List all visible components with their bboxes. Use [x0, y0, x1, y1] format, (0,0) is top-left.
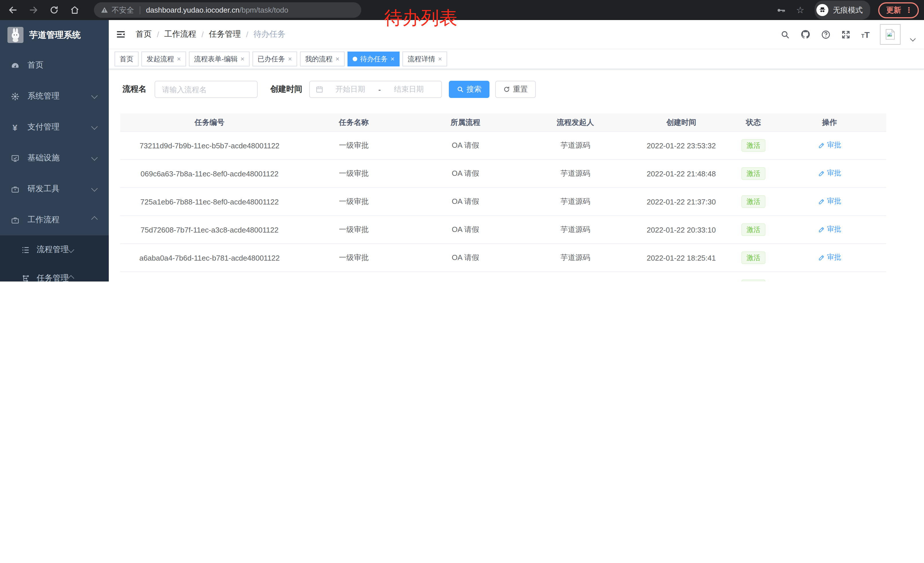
sidebar-item-process-mgmt[interactable]: 流程管理: [0, 236, 109, 264]
col-status: 状态: [734, 113, 773, 131]
status-cell: 激活: [734, 216, 773, 244]
approve-link[interactable]: 审批: [818, 169, 841, 179]
table-row: 725a1eb6-7b88-11ec-8ef0-acde48001122 一级审…: [120, 188, 886, 216]
url-bar[interactable]: 不安全 dashboard.yudao.iocoder.cn/bpm/task/…: [94, 2, 361, 18]
table-row: 8f0d1619-7ac8-11ec-a9e2-a2380e71991a 1.2…: [120, 272, 886, 281]
breadcrumb-item[interactable]: 首页: [136, 29, 152, 39]
tree-icon: [21, 274, 30, 281]
flow-cell: OA 请假: [409, 244, 522, 272]
github-icon[interactable]: [801, 29, 811, 39]
update-button[interactable]: 更新 ⋮: [878, 2, 919, 18]
sidebar-item-task-mgmt[interactable]: 任务管理: [0, 264, 109, 281]
initiator-cell: 芋道源码: [522, 131, 628, 159]
incognito-icon: [816, 4, 828, 16]
dashboard-icon: [10, 61, 20, 70]
avatar[interactable]: [880, 24, 900, 45]
font-size-icon[interactable]: TT: [861, 30, 870, 39]
process-name-input[interactable]: [154, 81, 258, 98]
sidebar-item-label: 基础设施: [27, 153, 60, 163]
approve-link[interactable]: 审批: [818, 253, 841, 263]
incognito-label: 无痕模式: [833, 5, 863, 15]
create-time-cell: 2022-01-22 21:48:48: [628, 159, 734, 188]
sidebar-item-system[interactable]: 系统管理: [0, 81, 109, 112]
breadcrumb-item[interactable]: 工作流程: [164, 29, 196, 39]
task-name-cell: 一级审批: [299, 188, 409, 216]
tab-todo-tasks[interactable]: 待办任务×: [348, 51, 400, 66]
sidebar-item-payment[interactable]: ¥ 支付管理: [0, 112, 109, 143]
top-navbar: 首页 / 工作流程 / 任务管理 / 待办任务: [109, 20, 924, 49]
fullscreen-icon[interactable]: [841, 30, 851, 39]
app-title: 芋道管理系统: [29, 30, 81, 41]
help-icon[interactable]: [821, 30, 831, 39]
breadcrumb-item[interactable]: 任务管理: [209, 29, 241, 39]
col-create-time: 创建时间: [628, 113, 734, 131]
close-icon[interactable]: ×: [240, 56, 244, 62]
active-tab-dot: [352, 57, 357, 61]
chevron-down-icon: [91, 155, 98, 161]
browser-chrome: 不安全 dashboard.yudao.iocoder.cn/bpm/task/…: [0, 0, 924, 20]
status-cell: 激活: [734, 272, 773, 281]
close-icon[interactable]: ×: [177, 56, 181, 62]
back-icon[interactable]: [8, 5, 18, 15]
task-name-cell: 一级审批: [299, 244, 409, 272]
table-row: a6aba0a4-7b6d-11ec-b781-acde48001122 一级审…: [120, 244, 886, 272]
tab-start-process[interactable]: 发起流程×: [141, 51, 186, 66]
close-icon[interactable]: ×: [288, 56, 292, 62]
date-range-picker[interactable]: 开始日期 - 结束日期: [309, 81, 442, 98]
chevron-down-icon[interactable]: [910, 36, 916, 41]
actions-cell: 审批: [773, 159, 886, 188]
search-icon[interactable]: [781, 30, 790, 39]
briefcase-icon: [10, 185, 20, 193]
refresh-icon[interactable]: [49, 5, 59, 15]
home-icon[interactable]: [70, 5, 80, 15]
status-cell: 激活: [734, 244, 773, 272]
bookmark-star-icon[interactable]: ☆: [796, 6, 804, 15]
chevron-down-icon: [91, 93, 98, 99]
sidebar-item-label: 研发工具: [27, 184, 60, 194]
tab-process-detail[interactable]: 流程详情×: [402, 51, 447, 66]
actions-cell: 审批: [773, 244, 886, 272]
approve-link[interactable]: 审批: [818, 141, 841, 150]
chevron-up-icon: [91, 216, 98, 223]
list-icon: [21, 245, 30, 254]
process-name-label: 流程名: [123, 84, 147, 95]
table-row: 73211d9d-7b9b-11ec-b5b7-acde48001122 一级审…: [120, 131, 886, 159]
sidebar-item-home[interactable]: 首页: [0, 50, 109, 81]
approve-link[interactable]: 审批: [818, 281, 841, 282]
initiator-cell: 芋道源码: [522, 159, 628, 188]
logo-image: [8, 27, 24, 43]
create-time-cell: 2022-01-21 22:43:55: [628, 272, 734, 281]
forward-icon[interactable]: [28, 5, 38, 15]
sidebar-item-label: 支付管理: [27, 122, 60, 132]
tab-process-form-edit[interactable]: 流程表单-编辑×: [189, 51, 250, 66]
col-initiator: 流程发起人: [522, 113, 628, 131]
sidebar-item-workflow[interactable]: 工作流程: [0, 204, 109, 236]
status-cell: 激活: [734, 131, 773, 159]
actions-cell: 审批: [773, 131, 886, 159]
tab-done-tasks[interactable]: 已办任务×: [252, 51, 297, 66]
sidebar-item-devtools[interactable]: 研发工具: [0, 174, 109, 204]
tab-my-process[interactable]: 我的流程×: [300, 51, 345, 66]
password-key-icon[interactable]: [776, 5, 786, 15]
edit-icon: [818, 226, 825, 233]
sidebar-item-label: 系统管理: [27, 91, 60, 101]
browser-menu-icon[interactable]: ⋮: [905, 6, 912, 14]
table-header-row: 任务编号 任务名称 所属流程 流程发起人 创建时间 状态 操作: [120, 113, 886, 131]
close-icon[interactable]: ×: [390, 56, 394, 62]
reset-button[interactable]: 重置: [495, 81, 536, 98]
url-separator: [140, 6, 140, 14]
sidebar-item-label: 首页: [27, 60, 44, 71]
actions-cell: 审批: [773, 216, 886, 244]
status-badge: 激活: [741, 139, 765, 152]
close-icon[interactable]: ×: [438, 56, 442, 62]
sidebar-collapse-icon[interactable]: [116, 29, 126, 39]
tab-home[interactable]: 首页: [114, 51, 138, 66]
create-time-label: 创建时间: [270, 84, 302, 95]
chevron-down-icon: [91, 185, 98, 192]
approve-link[interactable]: 审批: [818, 197, 841, 206]
search-button[interactable]: 搜索: [449, 81, 489, 98]
flow-cell: OA 请假: [409, 159, 522, 188]
approve-link[interactable]: 审批: [818, 225, 841, 234]
close-icon[interactable]: ×: [336, 56, 339, 62]
sidebar-item-infra[interactable]: 基础设施: [0, 143, 109, 174]
